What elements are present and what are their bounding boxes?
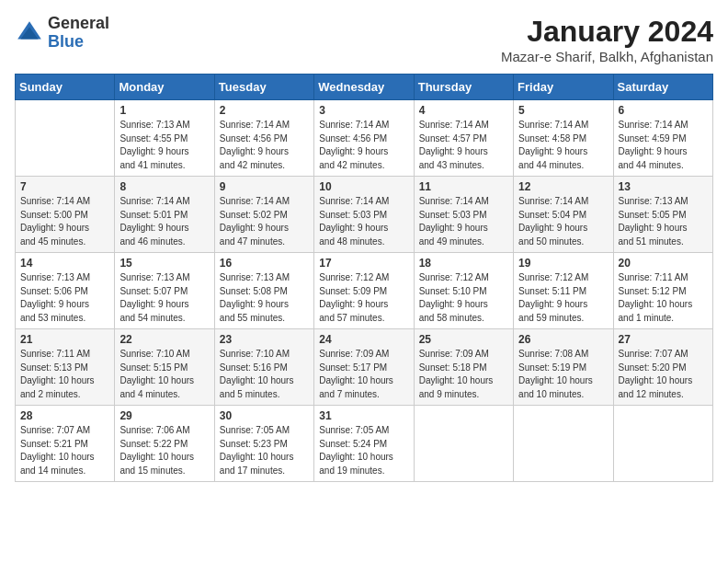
calendar-cell: 8Sunrise: 7:14 AM Sunset: 5:01 PM Daylig… xyxy=(115,177,214,253)
cell-content: Sunrise: 7:08 AM Sunset: 5:19 PM Dayligh… xyxy=(518,348,608,401)
day-number: 29 xyxy=(119,409,209,422)
calendar-cell: 3Sunrise: 7:14 AM Sunset: 4:56 PM Daylig… xyxy=(314,100,414,177)
day-number: 21 xyxy=(20,333,109,346)
calendar-cell: 10Sunrise: 7:14 AM Sunset: 5:03 PM Dayli… xyxy=(314,177,414,253)
day-number: 18 xyxy=(419,257,508,270)
logo-line1: General xyxy=(48,15,109,33)
calendar-header: SundayMondayTuesdayWednesdayThursdayFrid… xyxy=(16,75,713,100)
calendar-cell xyxy=(16,100,115,177)
cell-content: Sunrise: 7:05 AM Sunset: 5:23 PM Dayligh… xyxy=(220,424,309,477)
cell-content: Sunrise: 7:14 AM Sunset: 5:03 PM Dayligh… xyxy=(319,195,408,248)
cell-content: Sunrise: 7:06 AM Sunset: 5:22 PM Dayligh… xyxy=(119,424,209,477)
cell-content: Sunrise: 7:11 AM Sunset: 5:13 PM Dayligh… xyxy=(20,348,109,401)
day-number: 6 xyxy=(619,104,708,117)
calendar-week-1: 1Sunrise: 7:13 AM Sunset: 4:55 PM Daylig… xyxy=(16,100,713,177)
day-number: 9 xyxy=(220,180,309,193)
cell-content: Sunrise: 7:14 AM Sunset: 5:02 PM Dayligh… xyxy=(220,195,309,248)
cell-content: Sunrise: 7:13 AM Sunset: 5:05 PM Dayligh… xyxy=(619,195,708,248)
cell-content: Sunrise: 7:14 AM Sunset: 4:58 PM Dayligh… xyxy=(518,119,608,172)
header-cell-thursday: Thursday xyxy=(414,75,513,100)
cell-content: Sunrise: 7:14 AM Sunset: 5:00 PM Dayligh… xyxy=(20,195,109,248)
header-cell-friday: Friday xyxy=(514,75,613,100)
calendar-cell: 12Sunrise: 7:14 AM Sunset: 5:04 PM Dayli… xyxy=(514,177,613,253)
day-number: 4 xyxy=(419,104,508,117)
day-number: 31 xyxy=(319,409,408,422)
calendar-cell: 1Sunrise: 7:13 AM Sunset: 4:55 PM Daylig… xyxy=(115,100,214,177)
header-cell-tuesday: Tuesday xyxy=(214,75,313,100)
cell-content: Sunrise: 7:07 AM Sunset: 5:20 PM Dayligh… xyxy=(619,348,708,401)
calendar-cell: 21Sunrise: 7:11 AM Sunset: 5:13 PM Dayli… xyxy=(16,329,115,406)
calendar-body: 1Sunrise: 7:13 AM Sunset: 4:55 PM Daylig… xyxy=(16,100,713,482)
calendar-cell xyxy=(514,406,613,482)
title-block: January 2024 Mazar-e Sharif, Balkh, Afgh… xyxy=(501,15,713,64)
calendar-cell: 9Sunrise: 7:14 AM Sunset: 5:02 PM Daylig… xyxy=(214,177,313,253)
calendar-week-2: 7Sunrise: 7:14 AM Sunset: 5:00 PM Daylig… xyxy=(16,177,713,253)
calendar-cell: 11Sunrise: 7:14 AM Sunset: 5:03 PM Dayli… xyxy=(414,177,513,253)
calendar-cell: 2Sunrise: 7:14 AM Sunset: 4:56 PM Daylig… xyxy=(214,100,313,177)
calendar-table: SundayMondayTuesdayWednesdayThursdayFrid… xyxy=(15,74,713,482)
cell-content: Sunrise: 7:13 AM Sunset: 5:07 PM Dayligh… xyxy=(119,271,209,325)
calendar-cell: 23Sunrise: 7:10 AM Sunset: 5:16 PM Dayli… xyxy=(214,329,313,406)
calendar-cell: 6Sunrise: 7:14 AM Sunset: 4:59 PM Daylig… xyxy=(613,100,712,177)
header-cell-sunday: Sunday xyxy=(16,75,115,100)
cell-content: Sunrise: 7:12 AM Sunset: 5:11 PM Dayligh… xyxy=(518,271,608,325)
day-number: 12 xyxy=(518,180,608,193)
cell-content: Sunrise: 7:13 AM Sunset: 5:06 PM Dayligh… xyxy=(20,271,109,325)
day-number: 19 xyxy=(518,257,608,270)
header-cell-monday: Monday xyxy=(115,75,214,100)
day-number: 3 xyxy=(319,104,408,117)
day-number: 27 xyxy=(619,333,708,346)
cell-content: Sunrise: 7:14 AM Sunset: 5:01 PM Dayligh… xyxy=(119,195,209,248)
cell-content: Sunrise: 7:14 AM Sunset: 4:59 PM Dayligh… xyxy=(619,119,708,172)
calendar-cell: 18Sunrise: 7:12 AM Sunset: 5:10 PM Dayli… xyxy=(414,253,513,329)
day-number: 14 xyxy=(20,257,109,270)
day-number: 30 xyxy=(220,409,309,422)
calendar-cell: 5Sunrise: 7:14 AM Sunset: 4:58 PM Daylig… xyxy=(514,100,613,177)
day-number: 26 xyxy=(518,333,608,346)
cell-content: Sunrise: 7:14 AM Sunset: 4:56 PM Dayligh… xyxy=(220,119,309,172)
day-number: 28 xyxy=(20,409,109,422)
calendar-cell: 30Sunrise: 7:05 AM Sunset: 5:23 PM Dayli… xyxy=(214,406,313,482)
cell-content: Sunrise: 7:09 AM Sunset: 5:18 PM Dayligh… xyxy=(419,348,508,401)
header-row: SundayMondayTuesdayWednesdayThursdayFrid… xyxy=(16,75,713,100)
calendar-cell: 19Sunrise: 7:12 AM Sunset: 5:11 PM Dayli… xyxy=(514,253,613,329)
calendar-cell: 22Sunrise: 7:10 AM Sunset: 5:15 PM Dayli… xyxy=(115,329,214,406)
calendar-cell: 20Sunrise: 7:11 AM Sunset: 5:12 PM Dayli… xyxy=(613,253,712,329)
day-number: 1 xyxy=(119,104,209,117)
page-title: January 2024 xyxy=(501,15,713,49)
calendar-cell: 27Sunrise: 7:07 AM Sunset: 5:20 PM Dayli… xyxy=(613,329,712,406)
calendar-cell: 29Sunrise: 7:06 AM Sunset: 5:22 PM Dayli… xyxy=(115,406,214,482)
calendar-cell: 17Sunrise: 7:12 AM Sunset: 5:09 PM Dayli… xyxy=(314,253,414,329)
logo-text: General Blue xyxy=(48,15,109,52)
day-number: 23 xyxy=(220,333,309,346)
calendar-cell: 15Sunrise: 7:13 AM Sunset: 5:07 PM Dayli… xyxy=(115,253,214,329)
day-number: 15 xyxy=(119,257,209,270)
cell-content: Sunrise: 7:05 AM Sunset: 5:24 PM Dayligh… xyxy=(319,424,408,477)
calendar-cell: 25Sunrise: 7:09 AM Sunset: 5:18 PM Dayli… xyxy=(414,329,513,406)
day-number: 10 xyxy=(319,180,408,193)
calendar-cell: 28Sunrise: 7:07 AM Sunset: 5:21 PM Dayli… xyxy=(16,406,115,482)
calendar-cell: 16Sunrise: 7:13 AM Sunset: 5:08 PM Dayli… xyxy=(214,253,313,329)
cell-content: Sunrise: 7:14 AM Sunset: 5:03 PM Dayligh… xyxy=(419,195,508,248)
calendar-cell: 14Sunrise: 7:13 AM Sunset: 5:06 PM Dayli… xyxy=(16,253,115,329)
cell-content: Sunrise: 7:12 AM Sunset: 5:09 PM Dayligh… xyxy=(319,271,408,325)
day-number: 20 xyxy=(619,257,708,270)
day-number: 5 xyxy=(518,104,608,117)
cell-content: Sunrise: 7:14 AM Sunset: 4:56 PM Dayligh… xyxy=(319,119,408,172)
calendar-week-5: 28Sunrise: 7:07 AM Sunset: 5:21 PM Dayli… xyxy=(16,406,713,482)
cell-content: Sunrise: 7:10 AM Sunset: 5:16 PM Dayligh… xyxy=(220,348,309,401)
calendar-cell: 26Sunrise: 7:08 AM Sunset: 5:19 PM Dayli… xyxy=(514,329,613,406)
calendar-cell: 13Sunrise: 7:13 AM Sunset: 5:05 PM Dayli… xyxy=(613,177,712,253)
day-number: 16 xyxy=(220,257,309,270)
day-number: 2 xyxy=(220,104,309,117)
calendar-cell xyxy=(613,406,712,482)
calendar-week-3: 14Sunrise: 7:13 AM Sunset: 5:06 PM Dayli… xyxy=(16,253,713,329)
calendar-cell: 4Sunrise: 7:14 AM Sunset: 4:57 PM Daylig… xyxy=(414,100,513,177)
day-number: 22 xyxy=(119,333,209,346)
day-number: 24 xyxy=(319,333,408,346)
page-header: General Blue January 2024 Mazar-e Sharif… xyxy=(15,15,713,64)
calendar-cell: 24Sunrise: 7:09 AM Sunset: 5:17 PM Dayli… xyxy=(314,329,414,406)
cell-content: Sunrise: 7:13 AM Sunset: 4:55 PM Dayligh… xyxy=(119,119,209,172)
calendar-week-4: 21Sunrise: 7:11 AM Sunset: 5:13 PM Dayli… xyxy=(16,329,713,406)
day-number: 25 xyxy=(419,333,508,346)
